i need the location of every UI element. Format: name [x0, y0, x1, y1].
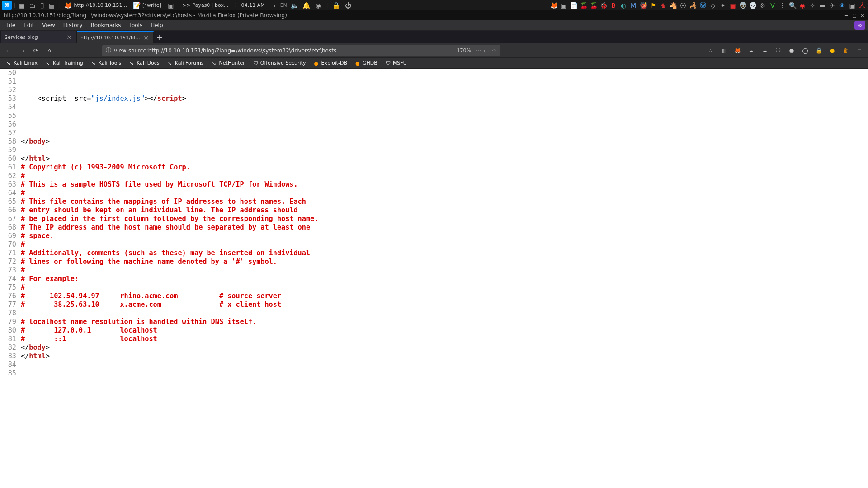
home-button[interactable]: ⌂	[43, 45, 55, 56]
tray-icon[interactable]: ✧	[808, 1, 816, 9]
tray-icon[interactable]: Ⓦ	[699, 1, 707, 9]
sidebar-icon[interactable]: ▥	[718, 45, 730, 56]
clock[interactable]: 04:11 AM	[241, 2, 264, 8]
tray-icon[interactable]: ⚙	[759, 1, 767, 9]
keyboard-layout[interactable]: EN	[280, 2, 287, 8]
tray-icon[interactable]: 👹	[639, 1, 647, 9]
bookmark-nethunter[interactable]: ↘NetHunter	[208, 59, 249, 67]
tray-icon[interactable]: ♞	[659, 1, 667, 9]
minimize-button[interactable]: ─	[843, 12, 850, 19]
tray-icon[interactable]: 👽	[739, 1, 747, 9]
extension-icon[interactable]: ☁	[745, 45, 757, 56]
menu-view[interactable]: View	[38, 21, 58, 29]
tray-icon[interactable]: ▣	[560, 1, 568, 9]
bookmark-kali-docs[interactable]: ↘Kali Docs	[126, 59, 163, 67]
tray-icon[interactable]: ◐	[619, 1, 627, 9]
page-actions-icon[interactable]: ⋯	[476, 47, 481, 54]
tray-icon[interactable]: ✦	[719, 1, 727, 9]
tray-icon[interactable]: ▦	[729, 1, 737, 9]
bookmark-exploit-db[interactable]: ●Exploit-DB	[310, 59, 351, 67]
extension-icon[interactable]: 🗑	[840, 45, 852, 56]
tray-icon[interactable]: V	[769, 1, 777, 9]
tray-icon[interactable]: ✈	[828, 1, 836, 9]
source-code-view: 50515253 <script src="js/index.js"></scr…	[2, 69, 868, 378]
tray-icon[interactable]: ◉	[798, 1, 807, 9]
system-taskbar: ⌘ | ▦ 🗀 ⌷ ▤ | 🦊 http://10.10.10.151... 📝…	[0, 0, 868, 10]
tray-icon[interactable]: 🦂	[689, 1, 697, 9]
bookmark-offensive-security[interactable]: 🛡Offensive Security	[250, 59, 310, 67]
tray-icon[interactable]: 人	[858, 1, 866, 9]
library-icon[interactable]: ⛬	[704, 45, 716, 56]
notification-icon[interactable]: 🔔	[302, 1, 311, 9]
tray-icon[interactable]: 👁	[838, 1, 846, 9]
info-icon[interactable]: ⓘ	[106, 47, 111, 54]
tray-icon[interactable]: 🐴	[669, 1, 677, 9]
tray-icon[interactable]: 🔍	[788, 1, 797, 9]
extension-icon[interactable]: 🛡	[772, 45, 784, 56]
extension-icon[interactable]: 🔒	[813, 45, 825, 56]
volume-icon[interactable]: 🔈	[291, 1, 299, 9]
calendar-icon[interactable]: ▭	[269, 1, 277, 9]
extension-icon[interactable]: ☁	[759, 45, 770, 56]
bookmark-msfu[interactable]: 🛡MSFU	[382, 59, 410, 67]
tray-icon[interactable]: 🍒	[580, 1, 588, 9]
back-button[interactable]: ←	[3, 45, 14, 56]
tab-view-source[interactable]: http://10.10.10.151/blog/?lan ×	[77, 31, 154, 43]
extension-icon[interactable]: 🦊	[731, 45, 743, 56]
hamburger-menu-icon[interactable]: ≡	[854, 45, 865, 56]
url-bar[interactable]: ⓘ view-source:http://10.10.10.151/blog/?…	[102, 45, 500, 56]
files-icon[interactable]: 🗀	[28, 1, 36, 9]
tray-icon[interactable]: 📄	[570, 1, 578, 9]
source-line: 60</html>	[2, 155, 868, 163]
menu-help[interactable]: Help	[147, 21, 166, 29]
bookmark-star-icon[interactable]: ☆	[491, 47, 496, 54]
page-viewport[interactable]: 50515253 <script src="js/index.js"></scr…	[0, 69, 868, 488]
extension-icon[interactable]: ●	[826, 45, 838, 56]
close-tab-icon[interactable]: ×	[66, 33, 73, 41]
menu-bookmarks[interactable]: Bookmarks	[87, 21, 125, 29]
taskbar-app-editor[interactable]: 📝 [*write]	[131, 1, 163, 10]
terminal-icon[interactable]: ⌷	[38, 1, 46, 9]
menu-history[interactable]: History	[60, 21, 86, 29]
tray-icon[interactable]: B	[609, 1, 618, 9]
tray-icon[interactable]: 💀	[749, 1, 757, 9]
account-icon[interactable]: ◯	[799, 45, 811, 56]
tray-icon[interactable]: 🍒	[590, 1, 598, 9]
taskbar-app-firefox[interactable]: 🦊 http://10.10.10.151...	[62, 1, 129, 10]
maximize-button[interactable]: ▢	[851, 12, 858, 19]
bookmark-kali-tools[interactable]: ↘Kali Tools	[88, 59, 125, 67]
bookmark-kali-linux[interactable]: ↘Kali Linux	[3, 59, 41, 67]
tray-icon[interactable]: 🦊	[550, 1, 558, 9]
kali-menu-icon[interactable]: ⌘	[2, 1, 12, 10]
menu-tools[interactable]: Tools	[126, 21, 146, 29]
tray-icon[interactable]: ⋮	[778, 1, 787, 9]
tray-icon[interactable]: ▬	[818, 1, 826, 9]
forward-button[interactable]: →	[16, 45, 28, 56]
bookmark-ghdb[interactable]: ●GHDB	[352, 59, 381, 67]
dot-icon[interactable]: ◉	[314, 1, 322, 9]
menu-edit[interactable]: Edit	[20, 21, 38, 29]
tab-services-blog[interactable]: Services blog ×	[1, 31, 77, 43]
reload-button[interactable]: ⟳	[30, 45, 42, 56]
bookmark-kali-forums[interactable]: ↘Kali Forums	[164, 59, 208, 67]
lock-icon[interactable]: 🔒	[332, 1, 340, 9]
extension-icon[interactable]: ⬣	[786, 45, 797, 56]
close-tab-icon[interactable]: ×	[142, 34, 150, 41]
tray-icon[interactable]: 🐞	[599, 1, 608, 9]
reader-icon[interactable]: ▭	[484, 47, 489, 54]
close-button[interactable]: ✕	[859, 12, 866, 19]
tray-icon[interactable]: M	[629, 1, 637, 9]
menu-file[interactable]: File	[3, 21, 19, 29]
power-icon[interactable]: ⏻	[344, 1, 352, 9]
tray-icon[interactable]: ⚑	[649, 1, 657, 9]
editor-icon[interactable]: ▤	[48, 1, 56, 9]
taskbar-terminal-title[interactable]: ▣ ~ >> Payas0 | box...	[165, 1, 231, 10]
tray-icon[interactable]: ◇	[709, 1, 717, 9]
workspace-icon[interactable]: ▦	[18, 1, 26, 9]
tray-icon[interactable]: ▣	[848, 1, 856, 9]
tray-icon[interactable]: ⦿	[679, 1, 687, 9]
nav-toolbar: ← → ⟳ ⌂ ⓘ view-source:http://10.10.10.15…	[0, 43, 868, 58]
new-tab-button[interactable]: +	[154, 31, 165, 43]
zoom-level[interactable]: 170%	[455, 47, 472, 53]
bookmark-kali-training[interactable]: ↘Kali Training	[42, 59, 87, 67]
